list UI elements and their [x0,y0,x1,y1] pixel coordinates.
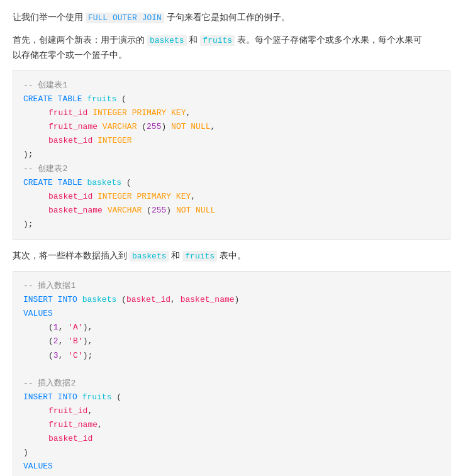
code-line: -- 创建表2 [23,162,440,176]
intro1-text1: 让我们举一个使用 [13,12,83,22]
intro3-text2: 和 [171,250,180,260]
code-line: INSERT INTO baskets (basket_id, basket_n… [23,293,440,307]
intro2-baskets: baskets [147,35,187,46]
code-block-1: -- 创建表1 CREATE TABLE fruits ( fruit_id I… [13,70,450,240]
code-line: CREATE TABLE fruits ( [23,92,440,106]
intro-paragraph-3: 其次，将一些样本数据插入到 baskets 和 fruits 表中。 [13,248,450,263]
code-line [23,363,440,377]
code-line: -- 插入数据2 [23,377,440,390]
code-line: ) [23,446,440,460]
intro2-text1: 首先，创建两个新表：用于演示的 [13,35,145,45]
code-line: -- 插入数据1 [23,279,440,293]
code-line: fruit_name VARCHAR (255) NOT NULL, [23,120,440,134]
intro2-text4: 以存储在零个或一个篮子中。 [13,50,127,60]
intro1-text2: 子句来看它是如何工作的例子。 [167,12,290,22]
intro3-fruits: fruits [182,251,217,262]
code-line: fruit_name, [23,418,440,432]
code-line: (1, 'A'), [23,321,440,335]
intro1-highlight: FULL OUTER JOIN [86,13,164,23]
code-line: ); [23,218,440,231]
code-line: fruit_id INTEGER PRIMARY KEY, [23,106,440,120]
intro2-text3: 表。每个篮子存储零个或多个水果，每个水果可 [237,35,422,45]
code-line: basket_id INTEGER PRIMARY KEY, [23,190,440,204]
code-line: INSERT INTO fruits ( [23,390,440,404]
code-line: (3, 'C'); [23,349,440,363]
intro2-fruits: fruits [200,35,235,46]
code-line: (1, 'Apple', 1), [23,473,440,476]
code-line: fruit_id, [23,404,440,418]
intro-paragraph-1: 让我们举一个使用 FULL OUTER JOIN 子句来看它是如何工作的例子。 [13,10,450,25]
code-line: VALUES [23,307,440,321]
code-line: basket_id INTEGER [23,134,440,148]
intro3-baskets: baskets [130,251,169,262]
code-line: -- 创建表1 [23,79,440,92]
code-block-2: -- 插入数据1 INSERT INTO baskets (basket_id,… [13,271,450,476]
code-line: (2, 'B'), [23,335,440,348]
intro3-text3: 表中。 [220,250,246,260]
intro2-text2: 和 [189,35,198,45]
code-line: CREATE TABLE baskets ( [23,176,440,190]
intro3-text1: 其次，将一些样本数据插入到 [13,250,127,260]
code-line: basket_id [23,432,440,446]
code-line: ); [23,148,440,162]
intro-paragraph-2: 首先，创建两个新表：用于演示的 baskets 和 fruits 表。每个篮子存… [13,33,450,63]
code-line: VALUES [23,460,440,473]
code-line: basket_name VARCHAR (255) NOT NULL [23,204,440,218]
